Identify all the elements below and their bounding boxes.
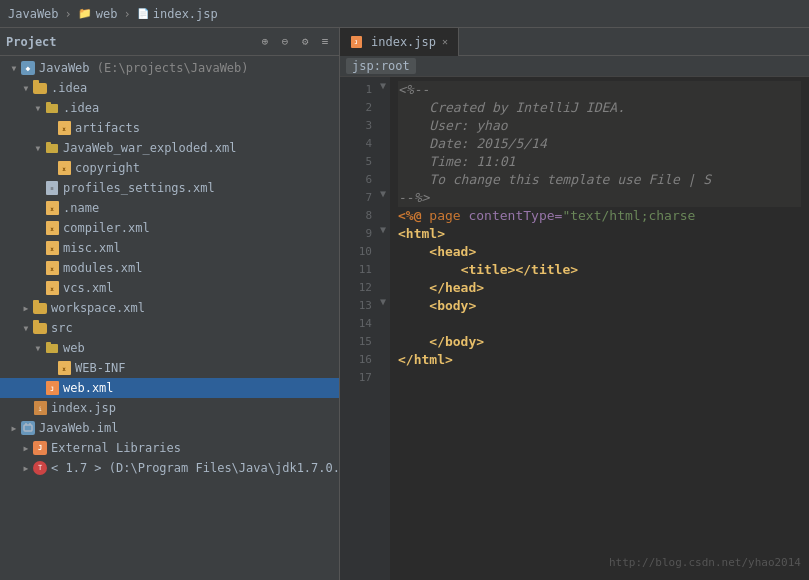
line-number-16: 16	[340, 351, 376, 369]
sync-icon[interactable]: ⊕	[257, 34, 273, 50]
line-numbers: 1234567891011121314151617	[340, 77, 376, 580]
breadcrumb-file-label: index.jsp	[153, 7, 218, 21]
settings-icon[interactable]: ⚙	[297, 34, 313, 50]
code-content[interactable]: <%-- Created by IntelliJ IDEA. User: yha…	[390, 77, 809, 580]
code-line-9: <html>	[398, 225, 801, 243]
fold-marker-2	[376, 95, 390, 113]
fold-marker-17	[376, 365, 390, 383]
tree-tomcat[interactable]: T < 1.7 > (D:\Program Files\Java\jdk1.7.…	[0, 458, 339, 478]
fold-marker-9[interactable]: ▼	[376, 221, 390, 239]
web-label: src	[51, 321, 73, 335]
tree-web[interactable]: src	[0, 318, 339, 338]
code-line-6: To change this template use File | S	[398, 171, 801, 189]
collapse-icon[interactable]: ⊖	[277, 34, 293, 50]
workspace-xml-label: vcs.xml	[63, 281, 114, 295]
misc-xml-label: compiler.xml	[63, 221, 150, 235]
fold-marker-11	[376, 257, 390, 275]
web-xml-label: WEB-INF	[75, 361, 126, 375]
copyright-label: JavaWeb_war_exploded.xml	[63, 141, 236, 155]
main-layout: Project ⊕ ⊖ ⚙ ≡ JavaWeb (E:\projects\Jav…	[0, 28, 809, 580]
tree-web-xml[interactable]: x WEB-INF	[0, 358, 339, 378]
tab-close-button[interactable]: ✕	[440, 35, 450, 48]
line-number-2: 2	[340, 99, 376, 117]
code-line-17	[398, 369, 801, 387]
root-label: JavaWeb (E:\projects\JavaWeb)	[39, 61, 249, 75]
web-folder-icon	[32, 320, 48, 336]
ext-lib-label: JavaWeb.iml	[39, 421, 118, 435]
breadcrumb-tag[interactable]: jsp:root	[346, 58, 416, 74]
name-label: profiles_settings.xml	[63, 181, 215, 195]
tree-artifacts[interactable]: .idea	[0, 98, 339, 118]
index-jsp-icon: J	[44, 380, 60, 396]
tree-javaweb-iml[interactable]: i index.jsp	[0, 398, 339, 418]
src-folder-icon	[32, 300, 48, 316]
code-line-16: </html>	[398, 351, 801, 369]
project-toolbar: Project ⊕ ⊖ ⚙ ≡	[0, 28, 339, 56]
fold-marker-4	[376, 131, 390, 149]
tab-index-jsp[interactable]: J index.jsp ✕	[340, 28, 459, 56]
editor-watermark: http://blog.csdn.net/yhao2014	[609, 554, 801, 572]
gear-icon[interactable]: ≡	[317, 34, 333, 50]
tree-profiles-xml[interactable]: x copyright	[0, 158, 339, 178]
misc-xml-icon: x	[44, 220, 60, 236]
tree-modules-xml[interactable]: x misc.xml	[0, 238, 339, 258]
tree-index-jsp[interactable]: J web.xml	[0, 378, 339, 398]
breadcrumb-web: 📁 web	[78, 7, 118, 21]
code-line-3: User: yhao	[398, 117, 801, 135]
tree-war-xml[interactable]: x artifacts	[0, 118, 339, 138]
artifacts-arrow	[32, 102, 44, 114]
src-arrow	[20, 302, 32, 314]
artifacts-label: .idea	[63, 101, 99, 115]
idea-label: .idea	[51, 81, 87, 95]
fold-marker-7[interactable]: ▼	[376, 185, 390, 203]
tree-vcs-xml[interactable]: x modules.xml	[0, 258, 339, 278]
tree-ext-libraries[interactable]: JavaWeb.iml	[0, 418, 339, 438]
tab-bar: J index.jsp ✕	[340, 28, 809, 56]
iml-icon: i	[32, 400, 48, 416]
vcs-xml-icon: x	[44, 260, 60, 276]
webinf-folder-icon	[44, 340, 60, 356]
index-jsp-label: web.xml	[63, 381, 114, 395]
editor-breadcrumb-bar: jsp:root	[340, 56, 809, 77]
tree-jdk[interactable]: J External Libraries	[0, 438, 339, 458]
line-number-6: 6	[340, 171, 376, 189]
tree-name-file[interactable]: ≡ profiles_settings.xml	[0, 178, 339, 198]
code-line-14	[398, 315, 801, 333]
tree-webinf[interactable]: web	[0, 338, 339, 358]
webinf-arrow	[32, 342, 44, 354]
code-line-7: --%>	[398, 189, 801, 207]
fold-gutter: ▼ ▼ ▼ ▼	[376, 77, 390, 580]
tree-idea[interactable]: .idea	[0, 78, 339, 98]
title-bar: JavaWeb › 📁 web › 📄 index.jsp	[0, 0, 809, 28]
code-line-10: <head>	[398, 243, 801, 261]
tree-workspace-xml[interactable]: x vcs.xml	[0, 278, 339, 298]
ext-arrow	[8, 422, 20, 434]
code-line-2: Created by IntelliJ IDEA.	[398, 99, 801, 117]
tree-root[interactable]: JavaWeb (E:\projects\JavaWeb)	[0, 58, 339, 78]
war-xml-label: artifacts	[75, 121, 140, 135]
modules-xml-label: misc.xml	[63, 241, 121, 255]
modules-xml-icon: x	[44, 240, 60, 256]
profiles-xml-icon: x	[56, 160, 72, 176]
tree-src[interactable]: workspace.xml	[0, 298, 339, 318]
tree-compiler-xml[interactable]: x .name	[0, 198, 339, 218]
tree-copyright[interactable]: JavaWeb_war_exploded.xml	[0, 138, 339, 158]
breadcrumb-web-label: web	[96, 7, 118, 21]
line-number-3: 3	[340, 117, 376, 135]
src-label: workspace.xml	[51, 301, 145, 315]
root-arrow	[8, 62, 20, 74]
code-line-8: <%@ page contentType="text/html;charse	[398, 207, 801, 225]
code-line-5: Time: 11:01	[398, 153, 801, 171]
editor-area: 1234567891011121314151617 ▼ ▼ ▼ ▼ <%-- C…	[340, 77, 809, 580]
left-panel: Project ⊕ ⊖ ⚙ ≡ JavaWeb (E:\projects\Jav…	[0, 28, 340, 580]
fold-marker-10	[376, 239, 390, 257]
line-number-15: 15	[340, 333, 376, 351]
right-panel: J index.jsp ✕ jsp:root 12345678910111213…	[340, 28, 809, 580]
breadcrumb-file: 📄 index.jsp	[137, 7, 218, 21]
fold-marker-15	[376, 329, 390, 347]
web-folder-icon: 📁	[78, 7, 92, 20]
war-xml-icon: x	[56, 120, 72, 136]
fold-marker-13[interactable]: ▼	[376, 293, 390, 311]
tree-misc-xml[interactable]: x compiler.xml	[0, 218, 339, 238]
fold-marker-1[interactable]: ▼	[376, 77, 390, 95]
